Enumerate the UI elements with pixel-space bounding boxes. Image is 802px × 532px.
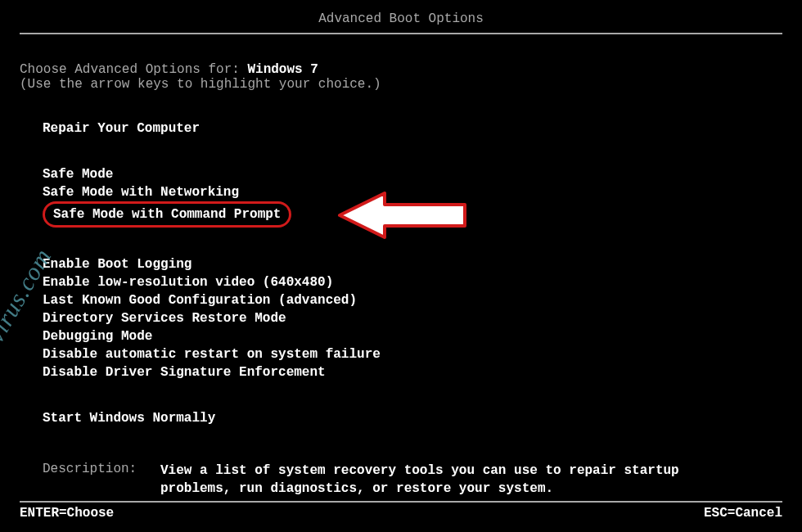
description-label: Description: (43, 462, 141, 498)
menu-group-normal: Start Windows Normally (20, 409, 782, 427)
menu-start-normally[interactable]: Start Windows Normally (43, 409, 215, 427)
menu-repair-computer[interactable]: Repair Your Computer (43, 119, 200, 138)
menu-directory-services-restore[interactable]: Directory Services Restore Mode (43, 309, 286, 327)
os-name: Windows 7 (247, 62, 318, 77)
boot-options-screen: Advanced Boot Options Choose Advanced Op… (0, 0, 802, 532)
highlight-circle: Safe Mode with Command Prompt (43, 201, 291, 228)
menu-low-res-video[interactable]: Enable low-resolution video (640x480) (43, 273, 333, 291)
menu-safe-mode[interactable]: Safe Mode (43, 165, 113, 183)
menu-last-known-good[interactable]: Last Known Good Configuration (advanced) (43, 291, 357, 309)
menu-group-advanced: Enable Boot Logging Enable low-resolutio… (20, 255, 782, 381)
description-text: View a list of system recovery tools you… (160, 462, 684, 498)
description-block: Description: View a list of system recov… (20, 462, 782, 498)
choose-prefix: Choose Advanced Options for: (20, 62, 240, 77)
menu-disable-auto-restart[interactable]: Disable automatic restart on system fail… (43, 345, 381, 363)
menu-boot-logging[interactable]: Enable Boot Logging (43, 255, 191, 273)
menu-disable-driver-signature[interactable]: Disable Driver Signature Enforcement (43, 363, 326, 381)
footer-bar: ENTER=Choose ESC=Cancel (20, 501, 782, 521)
footer-esc-hint: ESC=Cancel (704, 506, 782, 521)
menu-debugging-mode[interactable]: Debugging Mode (43, 327, 152, 345)
arrow-keys-instruction: (Use the arrow keys to highlight your ch… (20, 77, 782, 92)
menu-group-repair: Repair Your Computer (20, 119, 782, 138)
menu-safe-mode-networking[interactable]: Safe Mode with Networking (43, 183, 239, 201)
menu-group-safe-modes: Safe Mode Safe Mode with Networking Safe… (20, 165, 782, 228)
menu-safe-mode-command-prompt[interactable]: Safe Mode with Command Prompt (53, 205, 281, 223)
choose-line: Choose Advanced Options for: Windows 7 (20, 62, 782, 77)
page-title: Advanced Boot Options (20, 11, 782, 34)
footer-enter-hint: ENTER=Choose (20, 506, 114, 521)
